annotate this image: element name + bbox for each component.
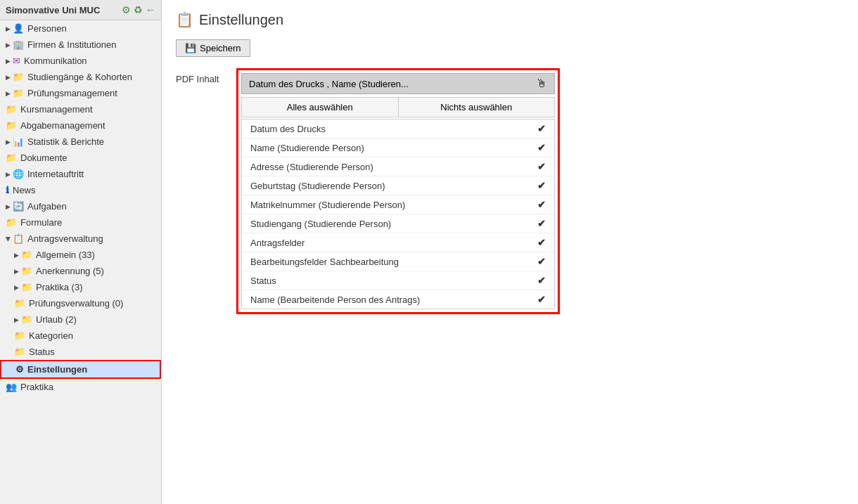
option-row[interactable]: Antragsfelder ✔	[242, 233, 554, 252]
option-row[interactable]: Matrikelnummer (Studierende Person) ✔	[242, 195, 554, 214]
option-row[interactable]: Name (Bearbeitende Person des Antrags) ✔	[242, 290, 554, 309]
sidebar-item-status[interactable]: 📁Status	[0, 344, 161, 360]
sidebar-item-antragsverwaltung[interactable]: ▶📋Antragsverwaltung	[0, 231, 161, 247]
sidebar-item-label: Kommunikation	[24, 56, 87, 66]
allgemein-icon: 📁	[21, 250, 32, 260]
option-label: Matrikelnummer (Studierende Person)	[250, 200, 405, 210]
sidebar-items: ▶👤Personen▶🏢Firmen & Institutionen▶✉Komm…	[0, 20, 161, 395]
sidebar-item-studiengaenge[interactable]: ▶📁Studiengänge & Kohorten	[0, 69, 161, 85]
sidebar-item-label: Prüfungsverwaltung (0)	[29, 298, 123, 309]
option-checkmark: ✔	[537, 275, 546, 286]
option-checkmark: ✔	[537, 142, 546, 153]
pruefungsmanagement-icon: 📁	[13, 88, 24, 98]
kommunikation-icon: ✉	[13, 56, 20, 66]
sidebar-item-formulare[interactable]: 📁Formulare	[0, 214, 161, 231]
sidebar-item-abgabemanagement[interactable]: 📁Abgabemanagement	[0, 117, 161, 134]
sidebar-header: Simonvative Uni MUC ⚙ ♻ ←	[0, 0, 161, 20]
sidebar-item-label: Dokumente	[20, 153, 67, 163]
option-label: Bearbeitungsfelder Sachbearbeitung	[250, 257, 399, 267]
sidebar-item-aufgaben[interactable]: ▶🔄Aufgaben	[0, 198, 161, 214]
option-row[interactable]: Name (Studierende Person) ✔	[242, 138, 554, 157]
option-checkmark: ✔	[537, 180, 546, 191]
sidebar-item-personen[interactable]: ▶👤Personen	[0, 20, 161, 37]
antragsverwaltung-icon: 📋	[13, 233, 24, 244]
aufgaben-icon: 🔄	[13, 201, 24, 212]
option-checkmark: ✔	[537, 161, 546, 172]
sidebar: Simonvative Uni MUC ⚙ ♻ ← ▶👤Personen▶🏢Fi…	[0, 0, 162, 504]
studiengaenge-icon: 📁	[13, 72, 24, 82]
page-title-text: Einstellungen	[199, 12, 283, 28]
content-area: PDF Inhalt Datum des Drucks , Name (Stud…	[176, 68, 844, 314]
kursmanagement-icon: 📁	[6, 104, 17, 115]
sidebar-item-label: Kategorien	[29, 330, 73, 341]
sidebar-item-label: Prüfungsmanagement	[27, 88, 117, 98]
einstellungen-icon: ⚙	[15, 364, 24, 375]
dropdown-trigger[interactable]: Datum des Drucks , Name (Studieren... 🖱	[241, 73, 555, 94]
sidebar-item-praktika[interactable]: ▶📁Praktika (3)	[0, 279, 161, 295]
sidebar-item-kursmanagement[interactable]: 📁Kursmanagement	[0, 101, 161, 117]
sidebar-item-kommunikation[interactable]: ▶✉Kommunikation	[0, 53, 161, 69]
sidebar-item-label: Urlaub (2)	[36, 314, 77, 325]
option-label: Name (Bearbeitende Person des Antrags)	[250, 295, 420, 305]
option-row[interactable]: Adresse (Studierende Person) ✔	[242, 157, 554, 176]
option-label: Geburtstag (Studierende Person)	[250, 181, 385, 191]
sidebar-item-firmen[interactable]: ▶🏢Firmen & Institutionen	[0, 37, 161, 53]
sidebar-item-label: Formulare	[20, 217, 62, 228]
internetauftritt-icon: 🌐	[13, 169, 24, 179]
select-all-row: Alles auswählen Nichts auswählen	[241, 97, 555, 117]
option-row[interactable]: Datum des Drucks ✔	[242, 119, 554, 138]
sidebar-title: Simonvative Uni MUC	[6, 5, 100, 15]
sidebar-item-pruefungsmanagement[interactable]: ▶📁Prüfungsmanagement	[0, 85, 161, 101]
kategorien-icon: 📁	[14, 330, 25, 341]
refresh-icon[interactable]: ♻	[134, 4, 143, 15]
cursor-icon: 🖱	[536, 77, 547, 90]
sidebar-item-pruefungsverwaltung[interactable]: 📁Prüfungsverwaltung (0)	[0, 295, 161, 311]
option-label: Status	[250, 276, 276, 286]
sidebar-item-label: Status	[29, 347, 55, 357]
select-all-button[interactable]: Alles auswählen	[242, 98, 399, 117]
sidebar-item-allgemein[interactable]: ▶📁Allgemein (33)	[0, 247, 161, 263]
sidebar-item-news[interactable]: ℹNews	[0, 182, 161, 198]
option-checkmark: ✔	[537, 123, 546, 134]
statistik-icon: 📊	[13, 136, 24, 147]
select-none-button[interactable]: Nichts auswählen	[399, 98, 555, 117]
dropdown-panel: Datum des Drucks , Name (Studieren... 🖱 …	[236, 68, 560, 314]
formulare-icon: 📁	[6, 217, 17, 228]
option-label: Studiengang (Studierende Person)	[250, 219, 391, 229]
sidebar-item-dokumente[interactable]: 📁Dokumente	[0, 150, 161, 166]
sidebar-item-label: Firmen & Institutionen	[27, 39, 116, 50]
option-row[interactable]: Studiengang (Studierende Person) ✔	[242, 214, 554, 233]
option-label: Adresse (Studierende Person)	[250, 162, 373, 172]
option-row[interactable]: Geburtstag (Studierende Person) ✔	[242, 176, 554, 195]
sidebar-item-einstellungen[interactable]: ⚙Einstellungen	[0, 360, 161, 379]
back-icon[interactable]: ←	[146, 4, 155, 15]
pruefungsverwaltung-icon: 📁	[14, 298, 25, 309]
option-checkmark: ✔	[537, 218, 546, 229]
main-content: 📋 Einstellungen 💾 Speichern PDF Inhalt D…	[162, 0, 858, 504]
settings-icon[interactable]: ⚙	[122, 4, 131, 15]
dropdown-text: Datum des Drucks , Name (Studieren...	[249, 79, 409, 89]
option-row[interactable]: Bearbeitungsfelder Sachbearbeitung ✔	[242, 252, 554, 271]
save-button[interactable]: 💾 Speichern	[176, 39, 250, 57]
save-label: Speichern	[200, 43, 241, 53]
sidebar-item-label: Personen	[27, 23, 67, 34]
praktika2-icon: 👥	[6, 382, 17, 392]
praktika-icon: 📁	[21, 282, 32, 292]
sidebar-item-label: Internetauftritt	[27, 169, 84, 179]
anerkennung-icon: 📁	[21, 266, 32, 276]
urlaub-icon: 📁	[21, 314, 32, 325]
option-checkmark: ✔	[537, 294, 546, 305]
option-label: Datum des Drucks	[250, 124, 326, 134]
sidebar-item-kategorien[interactable]: 📁Kategorien	[0, 328, 161, 344]
sidebar-item-label: Antragsverwaltung	[27, 233, 103, 244]
sidebar-item-anerkennung[interactable]: ▶📁Anerkennung (5)	[0, 263, 161, 279]
option-checkmark: ✔	[537, 256, 546, 267]
sidebar-item-statistik[interactable]: ▶📊Statistik & Berichte	[0, 134, 161, 150]
abgabemanagement-icon: 📁	[6, 120, 17, 131]
option-checkmark: ✔	[537, 199, 546, 210]
option-row[interactable]: Status ✔	[242, 271, 554, 290]
sidebar-item-urlaub[interactable]: ▶📁Urlaub (2)	[0, 311, 161, 328]
sidebar-item-praktika2[interactable]: 👥Praktika	[0, 379, 161, 395]
sidebar-item-label: Studiengänge & Kohorten	[27, 72, 132, 82]
sidebar-item-internetauftritt[interactable]: ▶🌐Internetauftritt	[0, 166, 161, 182]
